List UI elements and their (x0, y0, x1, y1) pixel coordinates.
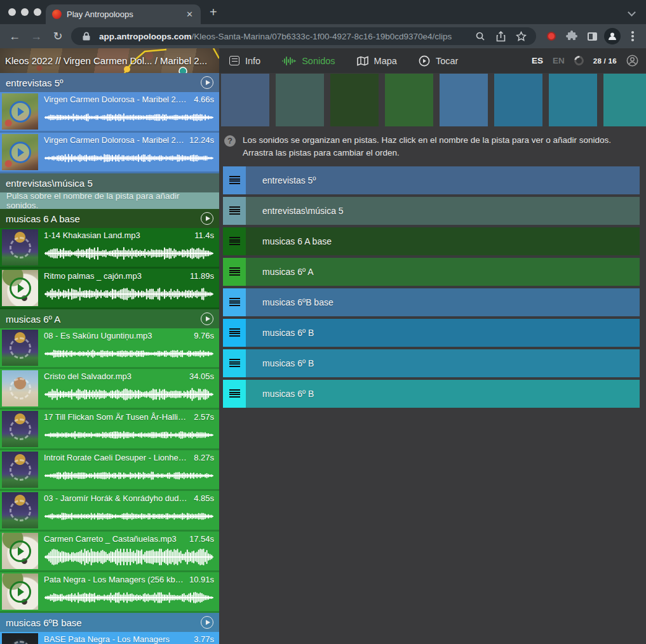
play-clip-button[interactable] (2, 411, 38, 447)
play-clip-button[interactable] (2, 452, 38, 488)
clip-thumbnail (2, 370, 38, 406)
nav-tab-tocar[interactable]: Tocar (419, 55, 458, 67)
clip-thumbnail (2, 411, 38, 447)
clip-item[interactable]: 1-14 Khakasian Land.mp311.4s (0, 228, 219, 269)
tab-search-chevron-icon[interactable] (628, 8, 636, 17)
drag-handle[interactable] (223, 166, 246, 194)
track-color-swatch[interactable] (549, 74, 597, 126)
drag-handle[interactable] (223, 227, 246, 255)
track-row-body[interactable]: musicas 6º B (246, 380, 640, 408)
clip-item[interactable]: Virgen Carmen Dolorosa - Maribel 2.mp312… (0, 133, 219, 173)
clip-item[interactable]: Cristo del Salvador.mp334.05s (0, 369, 219, 410)
track-row[interactable]: musicas 6º B (223, 319, 640, 347)
clip-item[interactable]: 08 - Es Sakūru Uguntiņu.mp39.76s (0, 328, 219, 369)
play-track-button[interactable] (201, 76, 213, 89)
clip-item[interactable]: Pata Negra - Los Managers (256 kbps).mp3… (0, 572, 219, 613)
play-track-button[interactable] (201, 616, 213, 629)
track-color-swatch[interactable] (385, 74, 433, 126)
play-clip-button[interactable] (2, 270, 38, 306)
track-row[interactable]: musicas 6º B (223, 349, 640, 377)
clip-item[interactable]: BASE Pata Negra - Los Managers3.77s (0, 632, 219, 644)
zoom-page-icon[interactable] (473, 31, 488, 41)
play-clip-button[interactable] (2, 229, 38, 265)
share-icon[interactable] (493, 31, 508, 42)
track-color-swatch[interactable] (221, 74, 269, 126)
play-track-button[interactable] (201, 212, 213, 225)
clip-item[interactable]: Introit Rorate Caeli Desuper - Lionheart… (0, 450, 219, 491)
drag-handle[interactable] (223, 319, 246, 347)
clip-item[interactable]: Carmen Carreto _ Castañuelas.mp317.54s (0, 532, 219, 572)
clip-item[interactable]: Ritmo palmas _ cajón.mp311.89s (0, 269, 219, 309)
browser-menu-icon[interactable] (622, 31, 643, 41)
drag-handle[interactable] (223, 197, 246, 225)
address-bar[interactable]: app.antropoloops.com/Kleos-Santa-Marina/… (71, 27, 536, 45)
track-row[interactable]: musicas 6º B (223, 380, 640, 408)
track-section-header[interactable]: musicas 6ºB base (0, 613, 219, 632)
nav-tab-sonidos[interactable]: Sonidos (282, 56, 335, 66)
extensions-puzzle-icon[interactable] (562, 30, 582, 42)
reload-button[interactable]: ↻ (47, 29, 69, 43)
lang-es-button[interactable]: ES (532, 56, 543, 65)
clip-thumbnail (2, 633, 38, 644)
profile-avatar-icon[interactable] (602, 28, 622, 44)
track-row-body[interactable]: musicas 6º B (246, 319, 640, 347)
drag-handle[interactable] (223, 288, 246, 316)
play-track-button[interactable] (201, 312, 213, 325)
map-preview[interactable]: Kleos 2022 // Virgen Carmen Dol... / Mar… (0, 48, 219, 73)
track-row-body[interactable]: entrevistas 5º (246, 166, 640, 194)
play-clip-button[interactable] (2, 533, 38, 569)
window-close-button[interactable] (8, 8, 16, 16)
play-clip-button[interactable] (2, 633, 38, 644)
track-list: entrevistas 5ºentrevistas\música 5musica… (223, 166, 640, 408)
lang-en-button[interactable]: EN (553, 56, 565, 65)
tab-close-icon[interactable]: ✕ (185, 10, 194, 19)
app-header: Kleos 2022 // Virgen Carmen Dol... / Mar… (0, 48, 646, 73)
tracks-panel: ? Los sonidos se organizan en pistas. Ha… (219, 73, 646, 644)
bookmark-star-icon[interactable] (513, 31, 528, 42)
track-section-header[interactable]: musicas 6 A base (0, 209, 219, 228)
track-row-body[interactable]: musicas 6ºB base (246, 288, 640, 316)
track-row[interactable]: musicas 6 A base (223, 227, 640, 255)
track-color-swatch[interactable] (330, 74, 379, 126)
track-row-body[interactable]: musicas 6º A (246, 258, 640, 286)
clip-item[interactable]: 03 - Jaromír Horák & Konrádyho dudácká .… (0, 491, 219, 532)
browser-tab[interactable]: Play Antropoloops ✕ (46, 4, 201, 24)
clip-name: Cristo del Salvador.mp3 (44, 372, 184, 381)
track-row[interactable]: entrevistas\música 5 (223, 197, 640, 225)
track-row-body[interactable]: entrevistas\música 5 (246, 197, 640, 225)
drag-handle[interactable] (223, 258, 246, 286)
track-row[interactable]: musicas 6ºB base (223, 288, 640, 316)
track-row[interactable]: musicas 6º A (223, 258, 640, 286)
drag-handle[interactable] (223, 380, 246, 408)
play-clip-button[interactable] (2, 134, 38, 170)
side-panel-icon[interactable] (582, 32, 602, 41)
track-section-header[interactable]: entrevistas\música 5 (0, 173, 219, 192)
track-section-header[interactable]: entrevistas 5º (0, 73, 219, 92)
window-zoom-button[interactable] (34, 8, 41, 16)
track-row[interactable]: entrevistas 5º (223, 166, 640, 194)
back-button[interactable]: ← (4, 30, 25, 43)
clip-item[interactable]: 17 Till Flickan Som Är Tusen År-Halling … (0, 410, 219, 450)
track-section-header[interactable]: musicas 6º A (0, 309, 219, 328)
new-tab-button[interactable]: + (210, 6, 217, 18)
drag-handle[interactable] (223, 349, 246, 377)
play-clip-button[interactable] (2, 330, 38, 366)
clip-item[interactable]: Virgen Carmen Dolorosa - Maribel 2.mp34.… (0, 92, 219, 133)
track-row-body[interactable]: musicas 6 A base (246, 227, 640, 255)
record-extension-icon[interactable] (541, 32, 562, 41)
url-text: app.antropoloops.com/Kleos-Santa-Marina/… (99, 32, 468, 41)
window-minimize-button[interactable] (21, 8, 29, 16)
nav-tab-mapa[interactable]: Mapa (357, 56, 397, 66)
play-clip-button[interactable] (2, 93, 38, 130)
forward-button[interactable]: → (25, 30, 47, 43)
play-clip-button[interactable] (2, 574, 38, 610)
track-row-body[interactable]: musicas 6º B (246, 349, 640, 377)
track-color-swatch[interactable] (276, 74, 324, 126)
track-color-swatch[interactable] (494, 74, 542, 126)
nav-tab-info[interactable]: Info (229, 56, 260, 66)
play-clip-button[interactable] (2, 370, 38, 406)
account-icon[interactable] (626, 55, 638, 67)
play-clip-button[interactable] (2, 492, 38, 528)
track-color-swatch[interactable] (603, 74, 646, 126)
track-color-swatch[interactable] (440, 74, 488, 126)
